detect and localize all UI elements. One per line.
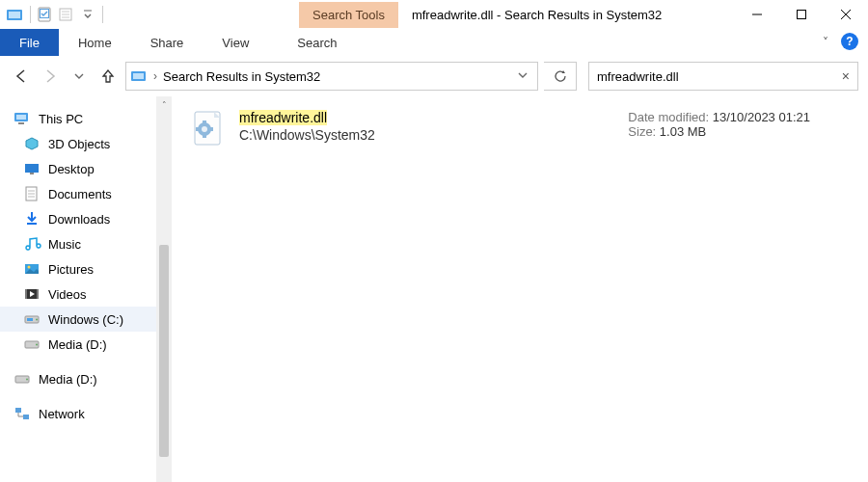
navpane-label: 3D Objects: [48, 137, 110, 151]
videos-icon: [23, 286, 41, 302]
search-result-item[interactable]: mfreadwrite.dll C:\Windows\System32 Date…: [191, 110, 849, 148]
navpane-videos[interactable]: Videos: [0, 281, 156, 307]
svg-point-36: [26, 379, 28, 381]
properties-icon[interactable]: [36, 4, 55, 25]
search-tools-contextual-tab[interactable]: Search Tools: [299, 2, 398, 28]
home-tab[interactable]: Home: [59, 29, 131, 56]
navpane-label: Videos: [48, 287, 87, 302]
maximize-button[interactable]: [779, 0, 824, 29]
window-controls: [735, 0, 868, 29]
navpane-music[interactable]: Music: [0, 231, 156, 256]
help-button[interactable]: ?: [837, 29, 862, 54]
search-results-pane: mfreadwrite.dll C:\Windows\System32 Date…: [172, 96, 868, 482]
navpane-media-d-top[interactable]: Media (D:): [0, 366, 156, 391]
drive-icon: [23, 311, 41, 327]
navpane-documents[interactable]: Documents: [0, 181, 156, 206]
qat-separator: [30, 6, 31, 23]
close-button[interactable]: [824, 0, 868, 29]
address-dropdown-button[interactable]: [512, 69, 533, 83]
address-text: Search Results in System32: [163, 69, 320, 84]
navpane-scrollbar[interactable]: ˄: [156, 96, 172, 482]
clear-search-button[interactable]: ×: [842, 68, 850, 84]
3d-objects-icon: [23, 136, 41, 151]
navigation-bar: › Search Results in System32 mfreadwrite…: [0, 56, 868, 96]
forward-button[interactable]: [39, 65, 62, 88]
navpane-label: This PC: [39, 112, 83, 126]
svg-rect-18: [25, 164, 39, 173]
navpane-label: Media (D:): [48, 337, 107, 352]
date-modified-label: Date modified:: [628, 110, 709, 124]
navpane-label: Media (D:): [39, 372, 97, 387]
svg-rect-37: [15, 408, 21, 413]
svg-rect-31: [27, 318, 33, 321]
scrollbar-thumb[interactable]: [159, 245, 169, 457]
music-icon: [23, 236, 41, 252]
recent-locations-button[interactable]: [68, 65, 91, 88]
quick-access-toolbar: [0, 4, 106, 25]
address-bar[interactable]: › Search Results in System32: [125, 62, 538, 91]
svg-rect-19: [30, 173, 34, 174]
svg-point-34: [36, 344, 38, 346]
qat-separator-2: [102, 6, 103, 23]
navpane-3d-objects[interactable]: 3D Objects: [0, 131, 156, 156]
navpane-network[interactable]: Network: [0, 401, 156, 426]
svg-rect-38: [23, 415, 29, 419]
result-path: C:\Windows\System32: [239, 127, 375, 143]
navpane-desktop[interactable]: Desktop: [0, 156, 156, 181]
navpane-drive-d[interactable]: Media (D:): [0, 332, 156, 357]
result-metadata: Date modified: 13/10/2023 01:21 Size: 1.…: [628, 110, 849, 139]
search-box[interactable]: mfreadwrite.dll ×: [588, 62, 858, 91]
this-pc-icon: [14, 111, 31, 126]
window-title: mfreadwrite.dll - Search Results in Syst…: [412, 8, 662, 22]
address-separator-icon: ›: [153, 69, 157, 83]
downloads-icon: [23, 211, 41, 227]
up-button[interactable]: [96, 65, 120, 88]
title-bar: Search Tools mfreadwrite.dll - Search Re…: [0, 0, 868, 29]
navpane-this-pc[interactable]: This PC: [0, 106, 156, 131]
pictures-icon: [23, 261, 41, 277]
view-tab[interactable]: View: [203, 29, 268, 56]
date-modified-value: 13/10/2023 01:21: [713, 110, 810, 124]
svg-rect-17: [18, 122, 24, 124]
content-area: This PC 3D Objects Desktop Documents Dow…: [0, 96, 868, 482]
navpane-downloads[interactable]: Downloads: [0, 206, 156, 231]
svg-rect-42: [203, 120, 206, 123]
svg-rect-45: [210, 127, 213, 131]
back-button[interactable]: [10, 65, 33, 88]
navpane-label: Pictures: [48, 262, 94, 277]
result-filename: mfreadwrite.dll: [239, 110, 375, 125]
minimize-button[interactable]: [735, 0, 779, 29]
qat-customize-icon[interactable]: [78, 4, 97, 25]
share-tab[interactable]: Share: [131, 29, 203, 56]
navpane-label: Network: [39, 407, 85, 421]
drive-icon: [23, 336, 41, 352]
navpane-label: Windows (C:): [48, 312, 123, 327]
help-icon: ?: [841, 33, 858, 50]
svg-point-41: [202, 126, 207, 132]
refresh-button[interactable]: [544, 62, 577, 91]
navpane-drive-c[interactable]: Windows (C:): [0, 307, 156, 332]
svg-rect-14: [133, 73, 144, 79]
search-input[interactable]: mfreadwrite.dll: [597, 69, 842, 84]
search-tab[interactable]: Search: [278, 29, 356, 56]
size-label: Size:: [628, 124, 656, 139]
size-value: 1.03 MB: [660, 124, 706, 139]
dll-file-icon: [191, 110, 226, 148]
svg-rect-1: [9, 12, 20, 18]
navpane-pictures[interactable]: Pictures: [0, 256, 156, 281]
svg-point-26: [28, 266, 31, 269]
svg-rect-10: [798, 11, 806, 19]
scroll-up-icon[interactable]: ˄: [162, 100, 167, 110]
navigation-pane: This PC 3D Objects Desktop Documents Dow…: [0, 96, 172, 482]
drive-icon: [14, 371, 31, 387]
explorer-icon: [6, 4, 25, 25]
ribbon-tabs: File Home Share View Search ˅ ?: [0, 29, 868, 56]
documents-icon: [23, 186, 41, 201]
desktop-icon: [23, 161, 41, 176]
new-folder-icon[interactable]: [57, 4, 76, 25]
file-tab[interactable]: File: [0, 29, 59, 56]
svg-rect-43: [203, 135, 206, 138]
svg-rect-29: [37, 289, 39, 299]
ribbon-expand-button[interactable]: ˅: [814, 29, 837, 56]
svg-rect-16: [16, 115, 26, 120]
